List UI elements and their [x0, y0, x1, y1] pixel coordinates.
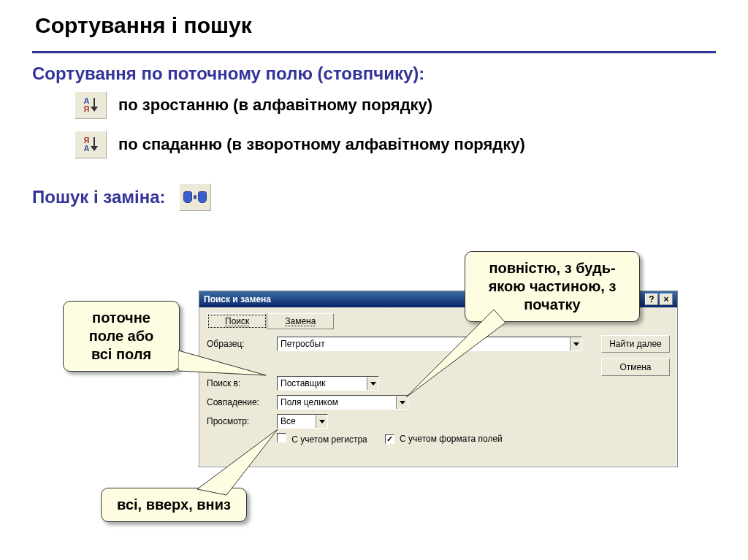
sort-asc-button[interactable]: АЯ: [75, 91, 107, 119]
checkbox-format[interactable]: С учетом формата полей: [385, 434, 503, 444]
arrow-down-icon: [91, 98, 97, 112]
chevron-down-icon: [573, 342, 579, 346]
callout-pointer-icon: [178, 343, 273, 387]
callout-pointer-icon: [197, 429, 285, 496]
checkbox-case-label: С учетом регистра: [291, 434, 367, 445]
dialog-close-button[interactable]: ×: [660, 294, 673, 305]
view-value: Все: [278, 415, 316, 428]
checkbox-checked-icon: [385, 434, 394, 444]
chevron-down-icon: [400, 401, 405, 404]
svg-marker-0: [178, 350, 266, 375]
label-view: Просмотр:: [207, 416, 270, 426]
binoculars-icon: [194, 195, 196, 199]
lookin-combo[interactable]: Поставщик: [277, 376, 379, 391]
arrow-down-icon: [91, 137, 97, 152]
callout-pointer-icon: [406, 310, 508, 404]
page-title: Сортування і пошук: [35, 13, 716, 38]
callout-field: поточне поле або всі поля: [63, 301, 180, 372]
dropdown-button[interactable]: [367, 377, 378, 390]
chevron-down-icon: [370, 382, 376, 386]
chevron-down-icon: [319, 420, 325, 423]
cancel-button[interactable]: Отмена: [601, 358, 670, 376]
match-combo[interactable]: Поля целиком: [277, 395, 408, 410]
sort-asc-label: по зростанню (в алфавітному порядку): [118, 96, 432, 115]
divider: [32, 51, 716, 53]
find-replace-button[interactable]: [179, 183, 211, 211]
svg-marker-2: [197, 429, 278, 495]
sort-desc-button[interactable]: ЯА: [75, 131, 107, 158]
checkbox-format-label: С учетом формата полей: [400, 434, 503, 444]
dropdown-button[interactable]: [316, 415, 327, 428]
svg-marker-1: [406, 310, 505, 397]
dialog-help-button[interactable]: ?: [645, 294, 658, 305]
tab-search[interactable]: Поиск: [207, 313, 267, 329]
sort-desc-label: по спаданню (в зворотному алфавітному по…: [118, 135, 525, 154]
match-value: Поля целиком: [278, 396, 396, 409]
dialog-title: Поиск и замена: [204, 294, 271, 304]
section-search-heading: Пошук і заміна:: [32, 187, 166, 207]
section-sort-heading: Сортування по поточному полю (стовпчику)…: [32, 64, 716, 84]
tab-replace[interactable]: Замена: [267, 313, 334, 329]
binoculars-icon: [198, 191, 207, 203]
binoculars-icon: [183, 191, 192, 203]
sort-desc-icon: ЯА: [84, 137, 90, 153]
view-combo[interactable]: Все: [277, 414, 328, 429]
sort-asc-icon: АЯ: [84, 97, 90, 113]
lookin-value: Поставщик: [278, 377, 367, 390]
find-next-button[interactable]: Найти далее: [601, 335, 670, 353]
dropdown-button[interactable]: [570, 337, 581, 350]
checkbox-case[interactable]: С учетом регистра: [277, 433, 367, 445]
label-match: Совпадение:: [207, 397, 270, 407]
